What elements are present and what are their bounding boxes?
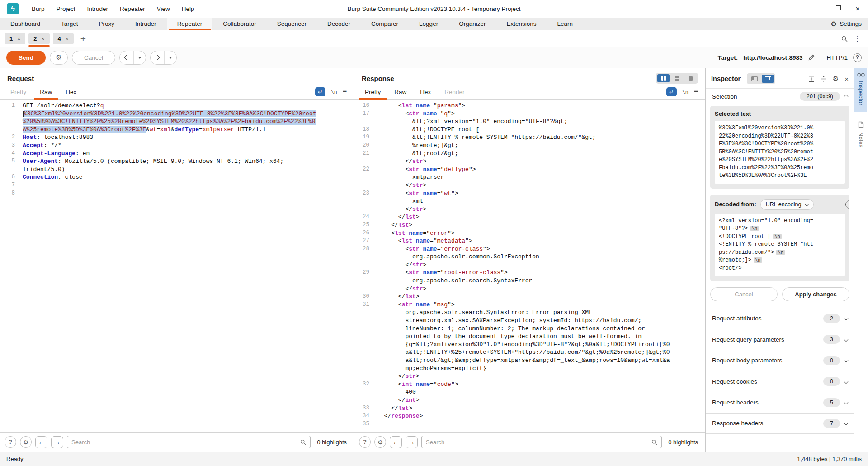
help-icon[interactable]: ? xyxy=(853,53,862,62)
show-newlines-icon[interactable]: \n xyxy=(331,89,337,95)
panel-left-icon[interactable] xyxy=(748,75,760,83)
minimize-icon[interactable] xyxy=(806,0,826,18)
word-wrap-icon[interactable]: ↵ xyxy=(666,87,677,96)
chevron-right-icon[interactable] xyxy=(151,51,165,64)
selection-section-header[interactable]: Selection 201 (0xc9) xyxy=(706,88,854,106)
settings-button[interactable]: ⚙ Settings xyxy=(831,18,868,30)
search-help-icon[interactable]: ? xyxy=(359,436,371,448)
repeater-tab-1[interactable]: 1× xyxy=(5,33,25,44)
menu-help[interactable]: Help xyxy=(176,0,200,18)
add-tab-button[interactable]: + xyxy=(77,33,90,44)
collapse-all-icon[interactable] xyxy=(821,76,827,82)
protocol-label[interactable]: HTTP/1 xyxy=(826,54,848,61)
apply-changes-button[interactable]: Apply changes xyxy=(782,287,849,301)
request-tab-raw[interactable]: Raw xyxy=(33,85,59,99)
send-button[interactable]: Send xyxy=(6,51,46,65)
chevron-left-icon[interactable] xyxy=(120,51,134,64)
search-input[interactable] xyxy=(71,439,300,446)
expand-all-icon[interactable] xyxy=(808,76,815,82)
word-wrap-icon[interactable]: ↵ xyxy=(315,87,326,96)
tab-organizer[interactable]: Organizer xyxy=(448,18,496,30)
history-forward-button[interactable] xyxy=(150,51,177,65)
section-request-headers[interactable]: Request headers5 xyxy=(706,392,854,413)
response-tab-raw[interactable]: Raw xyxy=(387,85,413,99)
layout-columns-icon[interactable] xyxy=(657,74,670,82)
side-tab-notes[interactable]: Notes xyxy=(858,121,864,147)
menu-view[interactable]: View xyxy=(151,0,176,18)
decoded-text-box[interactable]: <?xml version="1.0" encoding="UTF-8"?>\n… xyxy=(715,214,845,276)
search-settings-icon[interactable]: ⚙ xyxy=(374,436,386,448)
cancel-button[interactable]: Cancel xyxy=(72,51,115,65)
close-tab-icon[interactable]: × xyxy=(17,36,20,42)
close-icon[interactable]: × xyxy=(844,75,849,83)
section-request-cookies[interactable]: Request cookies0 xyxy=(706,371,854,392)
editor-menu-icon[interactable]: ≡ xyxy=(343,88,347,96)
response-tab-hex[interactable]: Hex xyxy=(413,85,438,99)
repeater-tab-4[interactable]: 4× xyxy=(53,33,74,44)
tab-dashboard[interactable]: Dashboard xyxy=(0,18,51,30)
tab-logger[interactable]: Logger xyxy=(409,18,448,30)
repeater-tab-2[interactable]: 2× xyxy=(28,33,49,44)
chevron-up-icon[interactable] xyxy=(844,94,849,99)
tab-target[interactable]: Target xyxy=(51,18,89,30)
chevron-down-icon[interactable] xyxy=(844,421,849,426)
side-tab-inspector[interactable]: Inspector xyxy=(854,68,867,112)
search-input[interactable] xyxy=(426,439,651,446)
menu-burp[interactable]: Burp xyxy=(26,0,51,18)
request-editor[interactable]: 1GET /solr/demo/select?q=%3C%3Fxml%20ver… xyxy=(0,100,354,432)
menu-project[interactable]: Project xyxy=(51,0,81,18)
previous-match-icon[interactable]: ← xyxy=(35,436,47,448)
chevron-down-icon[interactable] xyxy=(844,400,849,405)
section-response-headers[interactable]: Response headers7 xyxy=(706,413,854,434)
gear-icon[interactable]: ⚙ xyxy=(833,75,839,83)
chevron-down-icon[interactable] xyxy=(844,358,849,363)
tab-repeater[interactable]: Repeater xyxy=(167,18,213,30)
show-newlines-icon[interactable]: \n xyxy=(682,89,689,95)
edit-target-pencil-icon[interactable] xyxy=(808,54,815,61)
section-request-query-parameters[interactable]: Request query parameters3 xyxy=(706,329,854,350)
close-tab-icon[interactable]: × xyxy=(66,36,69,42)
chevron-down-icon[interactable] xyxy=(844,379,849,384)
tab-intruder[interactable]: Intruder xyxy=(125,18,167,30)
tab-collaborator[interactable]: Collaborator xyxy=(212,18,267,30)
editor-menu-icon[interactable]: ≡ xyxy=(694,88,698,96)
request-tab-hex[interactable]: Hex xyxy=(59,85,83,99)
next-match-icon[interactable]: → xyxy=(51,436,63,448)
history-forward-dropdown-icon[interactable] xyxy=(165,51,176,64)
next-match-icon[interactable]: → xyxy=(406,436,418,448)
history-back-button[interactable] xyxy=(119,51,146,65)
search-settings-icon[interactable]: ⚙ xyxy=(20,436,32,448)
response-tab-render[interactable]: Render xyxy=(438,85,471,99)
tab-proxy[interactable]: Proxy xyxy=(89,18,125,30)
tab-decoder[interactable]: Decoder xyxy=(317,18,361,30)
chevron-down-icon[interactable] xyxy=(844,337,849,342)
close-tab-icon[interactable]: × xyxy=(41,36,44,42)
send-settings-button[interactable]: ⚙ xyxy=(50,51,68,65)
search-icon[interactable] xyxy=(841,36,848,42)
selected-text-box[interactable]: %3C%3Fxml%20version%3D%221.0%22%20encodi… xyxy=(715,121,845,184)
more-options-icon[interactable]: ⋮ xyxy=(854,35,861,43)
search-help-icon[interactable]: ? xyxy=(5,436,16,448)
restore-icon[interactable] xyxy=(826,0,847,18)
previous-match-icon[interactable]: ← xyxy=(390,436,402,448)
close-icon[interactable]: × xyxy=(847,0,868,18)
request-tab-pretty[interactable]: Pretty xyxy=(4,85,33,99)
encoding-dropdown[interactable]: URL encoding xyxy=(760,199,814,210)
response-tab-pretty[interactable]: Pretty xyxy=(358,85,387,99)
history-back-dropdown-icon[interactable] xyxy=(134,51,146,64)
section-request-attributes[interactable]: Request attributes2 xyxy=(706,308,854,329)
menu-intruder[interactable]: Intruder xyxy=(81,0,114,18)
tab-extensions[interactable]: Extensions xyxy=(496,18,547,30)
panel-right-icon[interactable] xyxy=(762,75,774,83)
tab-learn[interactable]: Learn xyxy=(547,18,583,30)
menu-repeater[interactable]: Repeater xyxy=(114,0,151,18)
inspector-cancel-button[interactable]: Cancel xyxy=(710,287,778,301)
chevron-down-icon[interactable] xyxy=(844,316,849,321)
tab-sequencer[interactable]: Sequencer xyxy=(267,18,317,30)
refresh-icon[interactable] xyxy=(845,200,849,209)
tab-comparer[interactable]: Comparer xyxy=(361,18,409,30)
response-editor[interactable]: 16 <lst name="params">17 <str name="q"> … xyxy=(354,100,705,432)
section-request-body-parameters[interactable]: Request body parameters0 xyxy=(706,350,854,371)
layout-rows-icon[interactable] xyxy=(671,74,683,82)
layout-single-icon[interactable] xyxy=(684,74,697,82)
